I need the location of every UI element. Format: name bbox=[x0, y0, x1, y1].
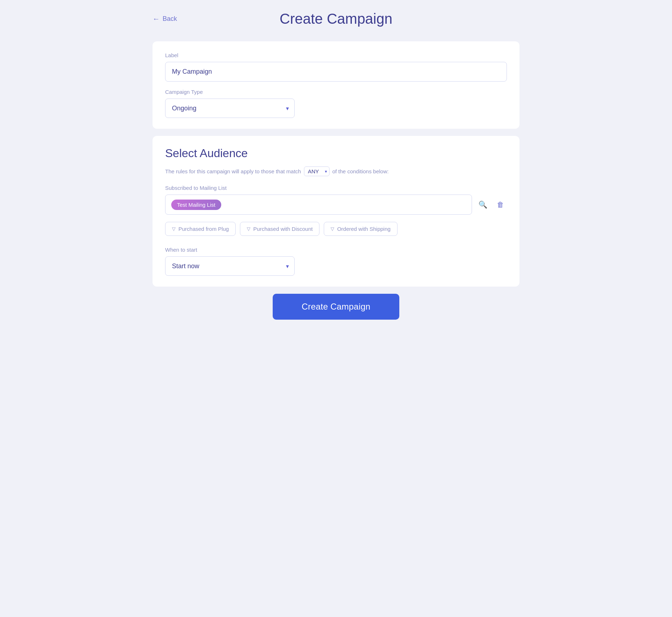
header: ← Back Create Campaign bbox=[153, 11, 519, 27]
create-campaign-button[interactable]: Create Campaign bbox=[273, 294, 399, 320]
when-to-start-select[interactable]: Start now Schedule bbox=[165, 256, 295, 276]
mailing-list-label: Subscribed to Mailing List bbox=[165, 185, 507, 191]
bottom-bar: Create Campaign bbox=[153, 294, 519, 320]
when-to-start-select-wrapper: Start now Schedule ▾ bbox=[165, 256, 295, 276]
form-section: Label Campaign Type Ongoing One-time Rec… bbox=[153, 41, 519, 129]
label-field-label: Label bbox=[165, 52, 507, 58]
match-select[interactable]: ANY ALL bbox=[304, 166, 330, 176]
filter-tag-discount-label: Purchased with Discount bbox=[253, 226, 313, 232]
campaign-type-label: Campaign Type bbox=[165, 89, 507, 95]
filter-icon-plug: ▽ bbox=[172, 226, 176, 232]
filter-tag-shipping[interactable]: ▽ Ordered with Shipping bbox=[324, 222, 397, 236]
delete-button[interactable]: 🗑 bbox=[494, 198, 507, 212]
audience-desc-prefix: The rules for this campaign will apply t… bbox=[165, 168, 301, 174]
when-to-start-label: When to start bbox=[165, 247, 507, 253]
mailing-list-row: Test Mailing List 🔍 🗑 bbox=[165, 195, 507, 215]
audience-section-title: Select Audience bbox=[165, 147, 507, 160]
mailing-list-input[interactable]: Test Mailing List bbox=[165, 195, 472, 215]
filter-icon-shipping: ▽ bbox=[331, 226, 334, 232]
filter-tag-plug-label: Purchased from Plug bbox=[178, 226, 229, 232]
back-label: Back bbox=[163, 15, 177, 23]
filter-tag-plug[interactable]: ▽ Purchased from Plug bbox=[165, 222, 236, 236]
mailing-list-tag[interactable]: Test Mailing List bbox=[171, 200, 221, 210]
filter-tag-shipping-label: Ordered with Shipping bbox=[337, 226, 390, 232]
audience-desc-suffix: of the conditions below: bbox=[332, 168, 389, 174]
page-title: Create Campaign bbox=[280, 11, 392, 27]
label-input[interactable] bbox=[165, 62, 507, 82]
back-button[interactable]: ← Back bbox=[153, 15, 177, 23]
filter-tags-row: ▽ Purchased from Plug ▽ Purchased with D… bbox=[165, 222, 507, 236]
filter-tag-discount[interactable]: ▽ Purchased with Discount bbox=[240, 222, 319, 236]
trash-icon: 🗑 bbox=[497, 201, 504, 209]
search-button[interactable]: 🔍 bbox=[476, 197, 490, 212]
campaign-type-select-wrapper: Ongoing One-time Recurring ▾ bbox=[165, 99, 295, 118]
audience-description: The rules for this campaign will apply t… bbox=[165, 166, 507, 176]
back-arrow-icon: ← bbox=[153, 15, 160, 23]
match-select-wrapper: ANY ALL ▾ bbox=[304, 166, 330, 176]
page-container: ← Back Create Campaign Label Campaign Ty… bbox=[131, 0, 541, 360]
audience-section: Select Audience The rules for this campa… bbox=[153, 136, 519, 287]
filter-icon-discount: ▽ bbox=[247, 226, 250, 232]
campaign-type-select[interactable]: Ongoing One-time Recurring bbox=[165, 99, 295, 118]
search-icon: 🔍 bbox=[478, 201, 487, 209]
